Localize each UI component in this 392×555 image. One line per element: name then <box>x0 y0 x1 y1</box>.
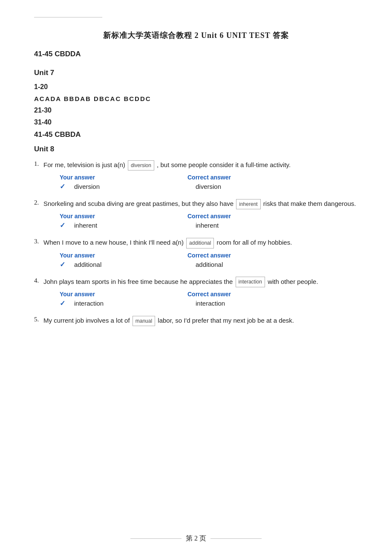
q5-number: 5. <box>34 315 43 323</box>
question-5: 5. My current job involves a lot of manu… <box>34 315 358 326</box>
unit-8-heading: Unit 8 <box>34 145 358 153</box>
question-2: 2. Snorkeling and scuba diving are great… <box>34 198 358 229</box>
q1-correct-answer: diversion <box>194 183 315 190</box>
q3-fill: additional <box>186 238 214 248</box>
subsection-1-20: 1-20 <box>34 83 358 91</box>
question-4: 4. John plays team sports in his free ti… <box>34 276 358 307</box>
q4-answer-table: Your answer Correct answer ✓ interaction… <box>60 291 315 307</box>
answer-row-1-20: ACADA BBDAB DBCAC BCDDC <box>34 95 358 102</box>
q4-correct-answer: interaction <box>194 300 315 307</box>
q3-answer-table: Your answer Correct answer ✓ additional … <box>60 252 315 269</box>
q1-correct-answer-label: Correct answer <box>187 174 315 181</box>
questions-section: 1. For me, television is just a(n) diver… <box>34 159 358 326</box>
q4-your-answer: interaction <box>72 300 194 307</box>
section-41-45-cbdda: 41-45 CBDDA <box>34 50 358 58</box>
q1-fill: diversion <box>128 160 154 171</box>
q3-text: When I move to a new house, I think I'll… <box>43 237 292 248</box>
q1-your-answer: diversion <box>72 183 194 190</box>
q3-your-answer: additional <box>72 261 194 268</box>
q2-number: 2. <box>34 198 43 206</box>
q4-fill: interaction <box>236 277 265 287</box>
subsection-21-30: 21-30 <box>34 107 358 114</box>
page-footer-container: 第 2 页 <box>0 533 392 543</box>
q2-answer-table: Your answer Correct answer ✓ inherent in… <box>60 213 315 229</box>
q3-check: ✓ <box>60 260 72 269</box>
q2-your-answer: inherent <box>72 222 194 229</box>
q4-check: ✓ <box>60 299 72 307</box>
q1-answer-table: Your answer Correct answer ✓ diversion d… <box>60 174 315 191</box>
page-footer: 第 2 页 <box>126 534 266 543</box>
q1-text: For me, television is just a(n) diversio… <box>43 159 291 171</box>
q3-your-answer-label: Your answer <box>60 252 187 259</box>
question-3: 3. When I move to a new house, I think I… <box>34 237 358 268</box>
q3-correct-answer: additional <box>194 261 315 268</box>
q2-correct-answer-label: Correct answer <box>187 213 315 220</box>
section-41-45-cbbda: 41-45 CBBDA <box>34 130 358 139</box>
question-1: 1. For me, television is just a(n) diver… <box>34 159 358 191</box>
q4-number: 4. <box>34 276 43 284</box>
q2-correct-answer: inherent <box>194 222 315 229</box>
q4-text: John plays team sports in his free time … <box>43 276 318 287</box>
q2-your-answer-label: Your answer <box>60 213 187 220</box>
q1-number: 1. <box>34 159 43 168</box>
q2-text: Snorkeling and scuba diving are great pa… <box>43 198 356 209</box>
q1-check: ✓ <box>60 182 72 191</box>
q3-number: 3. <box>34 237 43 245</box>
page-title: 新标准大学英语综合教程 2 Unit 6 UNIT TEST 答案 <box>34 30 358 40</box>
q1-your-answer-label: Your answer <box>60 174 187 181</box>
q4-your-answer-label: Your answer <box>60 291 187 298</box>
q4-correct-answer-label: Correct answer <box>187 291 315 298</box>
subsection-31-40: 31-40 <box>34 119 358 126</box>
q5-fill: manual <box>133 316 155 326</box>
q3-correct-answer-label: Correct answer <box>187 252 315 259</box>
q2-fill: inherent <box>236 199 260 209</box>
q2-check: ✓ <box>60 221 72 229</box>
top-divider <box>34 17 102 17</box>
unit-7-heading: Unit 7 <box>34 69 358 77</box>
q5-text: My current job involves a lot of manual … <box>43 315 294 326</box>
